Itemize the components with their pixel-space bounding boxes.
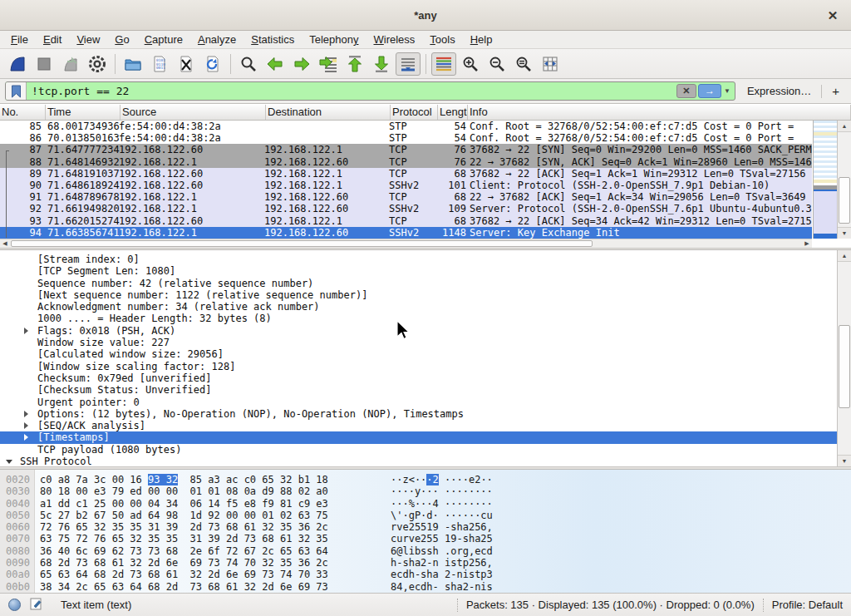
go-last-icon[interactable] <box>369 52 394 76</box>
hex-row-0080[interactable]: 008036 40 6c 69 62 73 73 68 2e 6f 72 67 … <box>0 545 851 557</box>
start-capture-icon[interactable] <box>5 52 30 76</box>
column-header-destination[interactable]: Destination <box>266 105 391 120</box>
go-forward-icon[interactable] <box>289 52 314 76</box>
menu-item-edit[interactable]: Edit <box>36 32 69 47</box>
scroll-thumb[interactable] <box>839 177 850 224</box>
scroll-up-icon[interactable]: ▲ <box>838 250 851 262</box>
hex-row-00b0[interactable]: 00b038 34 2c 65 63 64 68 2d 73 68 61 32 … <box>0 581 851 593</box>
add-filter-button[interactable]: + <box>830 84 846 98</box>
go-back-icon[interactable] <box>263 52 288 76</box>
menu-item-analyze[interactable]: Analyze <box>190 32 243 47</box>
scroll-left-icon[interactable]: ◀ <box>0 239 10 248</box>
packet-list-vscrollbar[interactable]: ▲ ▼ <box>837 121 851 239</box>
hex-row-00a0[interactable]: 00a065 63 64 68 2d 73 68 61 32 2d 6e 69 … <box>0 569 851 580</box>
hscroll-thumb[interactable] <box>11 240 593 247</box>
intelligent-scrollbar-minimap[interactable] <box>813 121 837 239</box>
go-first-icon[interactable] <box>342 52 367 76</box>
column-header-length[interactable]: Length <box>438 105 468 120</box>
collapse-arrow-icon[interactable] <box>6 460 12 464</box>
packet-row-89[interactable]: 8971.648191037192.168.122.60192.168.122.… <box>0 168 812 180</box>
filter-bookmark-icon[interactable] <box>6 82 27 100</box>
packet-row-85[interactable]: 8568.001734936fe:54:00:d4:38:2aSTP54Conf… <box>0 121 812 132</box>
expert-info-icon[interactable] <box>8 599 21 611</box>
hex-row-0030[interactable]: 003080 18 00 e3 79 ed 00 00 01 01 08 0a … <box>0 485 851 497</box>
detail-line-13[interactable]: Options: (12 bytes), No-Operation (NOP),… <box>0 408 851 420</box>
go-to-packet-icon[interactable] <box>316 52 341 76</box>
close-icon[interactable]: ✕ <box>824 7 841 24</box>
detail-line-5[interactable]: 1000 .... = Header Length: 32 bytes (8) <box>0 313 851 324</box>
expand-arrow-icon[interactable] <box>24 411 28 417</box>
menu-item-file[interactable]: File <box>3 32 36 47</box>
detail-line-6[interactable]: Flags: 0x018 (PSH, ACK) <box>0 325 851 337</box>
column-header-source[interactable]: Source <box>121 105 266 120</box>
column-header-time[interactable]: Time <box>46 105 121 120</box>
packet-row-88[interactable]: 8871.648146932192.168.122.1192.168.122.6… <box>0 156 812 168</box>
column-header-info[interactable]: Info <box>468 105 851 120</box>
packet-row-86[interactable]: 8670.013850163fe:54:00:d4:38:2aSTP54Conf… <box>0 132 812 144</box>
scroll-down-icon[interactable]: ▼ <box>838 455 851 466</box>
detail-line-17[interactable]: SSH Protocol <box>0 456 851 466</box>
menu-item-view[interactable]: View <box>69 32 107 47</box>
scroll-up-icon[interactable]: ▲ <box>838 121 851 132</box>
menu-item-tools[interactable]: Tools <box>422 32 462 47</box>
expand-arrow-icon[interactable] <box>24 422 28 429</box>
display-filter-input[interactable] <box>27 82 675 100</box>
resize-columns-icon[interactable] <box>538 52 563 76</box>
zoom-in-icon[interactable] <box>458 52 483 76</box>
details-scroll-thumb[interactable] <box>839 325 850 408</box>
find-packet-icon[interactable] <box>236 52 261 76</box>
expand-arrow-icon[interactable] <box>24 434 28 441</box>
capture-options-icon[interactable] <box>85 52 110 76</box>
detail-line-3[interactable]: [Next sequence number: 1122 (relative se… <box>0 289 851 301</box>
capture-comment-icon[interactable] <box>30 597 42 613</box>
filter-apply-icon[interactable]: → <box>698 84 721 98</box>
detail-line-2[interactable]: Sequence number: 42 (relative sequence n… <box>0 278 851 289</box>
detail-line-15[interactable]: [Timestamps] <box>0 431 851 443</box>
hex-row-0040[interactable]: 0040a1 dd c1 25 00 00 04 34 06 14 f5 e8 … <box>0 498 851 510</box>
packet-row-93[interactable]: 9371.662015274192.168.122.60192.168.122.… <box>0 215 812 227</box>
close-file-icon[interactable] <box>174 52 199 76</box>
scroll-down-icon[interactable]: ▼ <box>838 227 851 239</box>
packet-row-87[interactable]: 8771.647777234192.168.122.60192.168.122.… <box>0 144 812 155</box>
detail-line-4[interactable]: Acknowledgment number: 34 (relative ack … <box>0 301 851 313</box>
menu-item-wireless[interactable]: Wireless <box>366 32 423 47</box>
save-file-icon[interactable]: 010101100011 <box>147 52 172 76</box>
packet-row-92[interactable]: 9271.661949820192.168.122.1192.168.122.6… <box>0 203 812 214</box>
detail-line-12[interactable]: Urgent pointer: 0 <box>0 397 851 408</box>
zoom-reset-icon[interactable] <box>511 52 536 76</box>
detail-line-10[interactable]: Checksum: 0x79ed [unverified] <box>0 372 851 384</box>
filter-clear-icon[interactable]: ✕ <box>676 84 696 98</box>
restart-capture-icon[interactable] <box>58 52 83 76</box>
filter-history-caret-icon[interactable]: ▼ <box>721 87 733 95</box>
scroll-right-icon[interactable]: ▶ <box>802 239 812 248</box>
menu-item-go[interactable]: Go <box>107 32 136 47</box>
detail-line-1[interactable]: [TCP Segment Len: 1080] <box>0 265 851 277</box>
menu-item-help[interactable]: Help <box>463 32 500 47</box>
profile-text[interactable]: Profile: Default <box>772 599 843 611</box>
packet-list-hscrollbar[interactable]: ◀ ▶ <box>0 239 812 248</box>
packet-row-90[interactable]: 9071.648618924192.168.122.60192.168.122.… <box>0 180 812 191</box>
hex-row-0090[interactable]: 009068 2d 73 68 61 32 2d 6e 69 73 74 70 … <box>0 557 851 569</box>
auto-scroll-icon[interactable] <box>396 52 421 76</box>
stop-capture-icon[interactable] <box>32 52 57 76</box>
menu-item-capture[interactable]: Capture <box>137 32 190 47</box>
details-vscrollbar[interactable]: ▲ ▼ <box>837 250 851 466</box>
column-header-protocol[interactable]: Protocol <box>391 105 438 120</box>
hex-row-0050[interactable]: 00505c 27 b2 67 50 ad 64 98 1d 92 00 00 … <box>0 510 851 521</box>
detail-line-16[interactable]: TCP payload (1080 bytes) <box>0 444 851 456</box>
detail-line-0[interactable]: [Stream index: 0] <box>0 254 851 265</box>
hex-row-0020[interactable]: 0020c0 a8 7a 3c 00 16 93 32 85 a3 ac c0 … <box>0 474 851 485</box>
open-file-icon[interactable] <box>121 52 145 76</box>
packet-row-94[interactable]: 9471.663856741192.168.122.1192.168.122.6… <box>0 227 812 239</box>
expression-button[interactable]: Expression… <box>747 85 811 97</box>
menu-item-telephony[interactable]: Telephony <box>302 32 366 47</box>
column-header-no[interactable]: No. <box>0 105 46 120</box>
hex-row-0060[interactable]: 006072 76 65 32 35 35 31 39 2d 73 68 61 … <box>0 521 851 533</box>
reload-file-icon[interactable] <box>200 52 225 76</box>
hex-row-0070[interactable]: 007063 75 72 76 65 32 35 35 31 39 2d 73 … <box>0 533 851 545</box>
detail-line-7[interactable]: Window size value: 227 <box>0 337 851 348</box>
detail-line-14[interactable]: [SEQ/ACK analysis] <box>0 420 851 431</box>
colorize-icon[interactable] <box>431 52 456 76</box>
menu-item-statistics[interactable]: Statistics <box>243 32 302 47</box>
packet-row-91[interactable]: 9171.648789678192.168.122.1192.168.122.6… <box>0 191 812 203</box>
